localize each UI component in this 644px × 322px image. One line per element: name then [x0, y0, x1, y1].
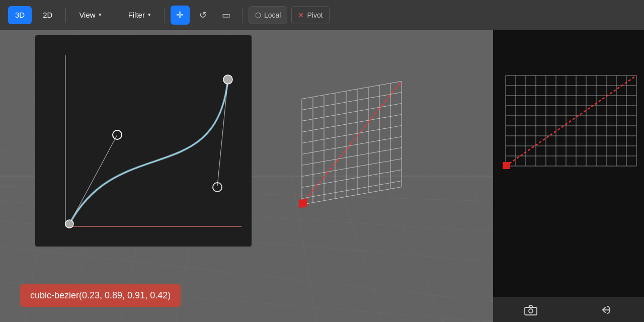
- svg-line-54: [302, 159, 401, 177]
- svg-line-52: [302, 137, 401, 154]
- filter-chevron: ▾: [148, 12, 151, 18]
- btn-back[interactable]: [595, 299, 617, 321]
- btn-3d[interactable]: 3D: [8, 6, 32, 24]
- svg-point-34: [223, 75, 232, 84]
- separator-2: [115, 8, 115, 23]
- 3d-grid-object: [292, 80, 413, 254]
- btn-move[interactable]: ✛: [171, 6, 190, 25]
- btn-filter[interactable]: Filter ▾: [121, 6, 158, 24]
- btn-local[interactable]: ⬡ Local: [249, 6, 287, 24]
- svg-point-88: [529, 309, 533, 313]
- right-panel-toolbar: [493, 297, 644, 322]
- separator-3: [164, 8, 165, 23]
- center-grid-svg: [292, 80, 413, 252]
- refresh-icon: ↺: [199, 10, 207, 21]
- bezier-curve-svg: [35, 35, 252, 247]
- svg-line-50: [302, 115, 401, 132]
- btn-box[interactable]: ▭: [217, 6, 236, 25]
- main-content: cubic-bezier(0.23, 0.89, 0.91, 0.42) iPh…: [0, 30, 644, 322]
- svg-line-49: [302, 104, 401, 121]
- pivot-label: Pivot: [307, 11, 323, 19]
- camera-icon: [524, 304, 537, 315]
- svg-line-47: [302, 82, 401, 99]
- svg-line-15: [468, 176, 493, 236]
- right-panel-svg: [493, 30, 644, 277]
- cube-icon: ⬡: [255, 11, 261, 19]
- separator-4: [242, 8, 243, 23]
- box-icon: ▭: [222, 10, 230, 21]
- filter-label: Filter: [128, 11, 145, 19]
- back-icon: [600, 304, 612, 316]
- x-icon: ✕: [298, 11, 304, 19]
- bezier-editor-panel[interactable]: [35, 35, 252, 247]
- svg-rect-59: [299, 199, 307, 208]
- right-panel: iPhone 8 ▾ ≡ ⤢: [493, 30, 644, 322]
- svg-line-53: [302, 148, 401, 166]
- main-toolbar: 3D 2D View ▾ Filter ▾ ✛ ↺ ▭ ⬡ Local ✕ Pi…: [0, 0, 644, 30]
- viewport-3d[interactable]: cubic-bezier(0.23, 0.89, 0.91, 0.42): [0, 30, 493, 322]
- right-panel-canvas: [493, 30, 644, 297]
- svg-rect-86: [503, 162, 510, 169]
- local-label: Local: [264, 11, 281, 19]
- bezier-formula-text: cubic-bezier(0.23, 0.89, 0.91, 0.42): [30, 290, 171, 300]
- svg-line-14: [428, 176, 493, 302]
- btn-camera[interactable]: [520, 299, 542, 321]
- svg-point-33: [65, 220, 73, 228]
- separator-1: [65, 8, 66, 23]
- svg-line-48: [302, 93, 401, 110]
- svg-line-58: [302, 82, 401, 205]
- svg-line-51: [302, 126, 401, 143]
- btn-view[interactable]: View ▾: [72, 6, 108, 24]
- view-chevron: ▾: [99, 12, 102, 18]
- bezier-formula-label: cubic-bezier(0.23, 0.89, 0.91, 0.42): [20, 284, 181, 307]
- view-label: View: [79, 11, 95, 19]
- btn-refresh[interactable]: ↺: [194, 6, 213, 25]
- move-icon: ✛: [176, 10, 184, 21]
- btn-pivot[interactable]: ✕ Pivot: [291, 6, 329, 24]
- btn-2d[interactable]: 2D: [36, 6, 59, 24]
- svg-line-55: [302, 170, 401, 188]
